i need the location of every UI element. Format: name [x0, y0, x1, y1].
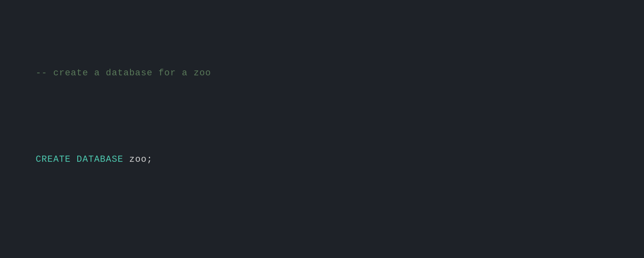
keyword-database: DATABASE [76, 154, 123, 165]
line-create-database: CREATE DATABASE zoo; [12, 138, 632, 181]
line-empty-1 [12, 224, 632, 239]
db-name: zoo; [123, 154, 153, 165]
code-editor: -- create a database for a zoo CREATE DA… [12, 8, 632, 258]
comment-text: -- create a database for a zoo [36, 68, 211, 78]
keyword-create: CREATE [36, 154, 71, 165]
line-comment-1: -- create a database for a zoo [12, 52, 632, 95]
